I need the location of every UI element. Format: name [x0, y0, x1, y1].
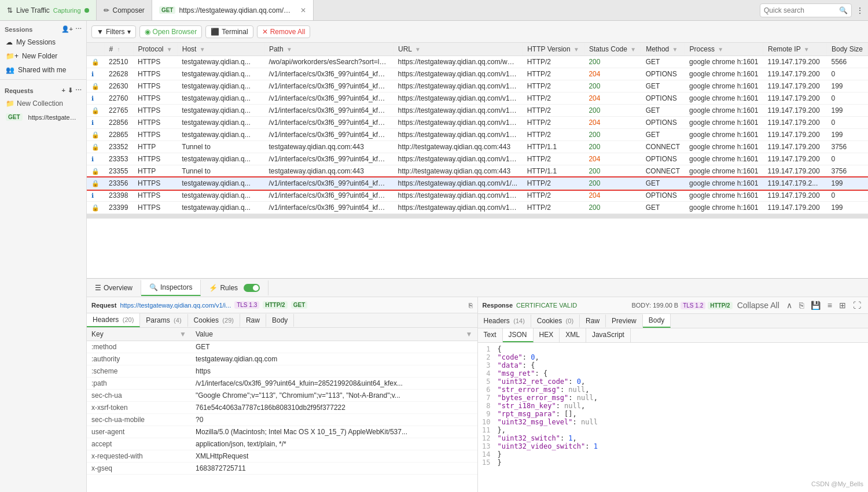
sidebar-item-new-folder[interactable]: 📁+ New Folder	[0, 49, 86, 63]
table-row[interactable]: ℹ 22628 HTTPS testgateway.qidian.q... /v…	[87, 68, 868, 80]
col-protocol-header[interactable]: Protocol ▼	[133, 43, 177, 56]
tab-overview[interactable]: ☰ Overview	[87, 280, 141, 295]
col-path-header[interactable]: Path ▼	[264, 43, 393, 56]
collapse-all-button[interactable]: Collapse All	[735, 299, 782, 311]
request-sub-tab-cookies[interactable]: Cookies (29)	[188, 314, 240, 327]
col-url-header[interactable]: URL ▼	[393, 43, 523, 56]
col-http-header[interactable]: HTTP Version ▼	[523, 43, 584, 56]
row-url: https://testgateway.qidian.qq.com/v1/i..…	[393, 190, 523, 202]
import-icon[interactable]: ⬇	[68, 87, 73, 94]
xml-tab-label: XML	[565, 331, 580, 339]
header-row: :authoritytestgateway.qidian.qq.com	[87, 353, 477, 365]
table-row[interactable]: 🔒 22510 HTTPS testgateway.qidian.q... /w…	[87, 56, 868, 68]
response-sub-tab-cookies[interactable]: Cookies (0)	[531, 315, 580, 327]
request-sub-tab-body[interactable]: Body	[266, 314, 294, 327]
add-request-icon[interactable]: +	[62, 87, 65, 94]
response-sub-tab-raw[interactable]: Raw	[580, 315, 606, 327]
session-menu-icon[interactable]: ⋯	[75, 25, 82, 33]
sessions-header: Sessions 👤+ ⋯	[0, 21, 86, 35]
tab-request-url[interactable]: GET https://testgateway.qidian.qq.com/wo…	[152, 0, 314, 20]
body-tab-text[interactable]: Text	[478, 328, 503, 342]
tab-rules[interactable]: ⚡ Rules	[201, 280, 269, 295]
table-row[interactable]: 🔒 23356 HTTPS testgateway.qidian.q... /v…	[87, 177, 868, 190]
watermark: CSDN @My_Bells	[811, 480, 863, 487]
requests-menu-icon[interactable]: ⋯	[75, 87, 82, 94]
requests-label: Requests	[5, 87, 34, 94]
sidebar-new-collection[interactable]: 📁 New Collection	[0, 97, 86, 110]
row-icon: 🔒	[87, 177, 104, 190]
body-tab-xml[interactable]: XML	[560, 328, 586, 342]
fullscreen-icon[interactable]: ⛶	[851, 299, 863, 311]
col-body-header[interactable]: Body Size	[826, 43, 867, 56]
sidebar-item-my-sessions[interactable]: ☁ My Sessions	[0, 35, 86, 49]
live-traffic-icon: ⇅	[7, 6, 13, 14]
line-number: 9	[480, 410, 498, 418]
table-row[interactable]: 🔒 23352 HTTP Tunnel to testgateway.qidia…	[87, 141, 868, 153]
shared-label: Shared with me	[18, 66, 66, 74]
row-process: google chrome h:1601	[685, 190, 763, 202]
body-tab-hex[interactable]: HEX	[534, 328, 560, 342]
row-ip: 119.147.179.200	[763, 141, 826, 153]
body-tab-javascript[interactable]: JavaScript	[586, 328, 631, 342]
table-row[interactable]: 🔒 22765 HTTPS testgateway.qidian.q... /v…	[87, 105, 868, 117]
info-icon: ℹ	[91, 192, 94, 199]
my-sessions-icon: ☁	[6, 38, 13, 46]
list-icon[interactable]: ≡	[825, 299, 834, 311]
key-col-header: Key ▼	[87, 328, 191, 341]
chevron-up-icon[interactable]: ∧	[784, 299, 795, 311]
col-status-header[interactable]: Status Code ▼	[584, 43, 641, 56]
col-num-header[interactable]: # ↑	[104, 43, 133, 56]
table-row[interactable]: 🔒 22865 HTTPS testgateway.qidian.q... /v…	[87, 129, 868, 141]
tab-live-traffic[interactable]: ⇅ Live Traffic Capturing	[0, 0, 97, 20]
body-tab-json[interactable]: JSON	[503, 328, 534, 342]
table-row[interactable]: ℹ 22760 HTTPS testgateway.qidian.q... /v…	[87, 93, 868, 105]
request-sub-tab-raw[interactable]: Raw	[240, 314, 266, 327]
body-type-tabs: Text JSON HEX XML	[478, 328, 869, 343]
header-value: 1683872725711	[191, 463, 477, 475]
copy-response-icon[interactable]: ⎘	[797, 299, 806, 311]
row-status: 200	[584, 202, 641, 214]
request-sub-tab-params[interactable]: Params (4)	[140, 314, 187, 327]
row-url: https://testgateway.qidian.qq.com/wo/...	[393, 56, 523, 68]
grid-icon[interactable]: ⊞	[837, 299, 848, 311]
response-sub-tab-headers[interactable]: Headers (14)	[478, 315, 531, 327]
col-process-header[interactable]: Process ▼	[685, 43, 763, 56]
row-method: OPTIONS	[641, 190, 685, 202]
search-input[interactable]	[764, 6, 839, 14]
col-ip-header[interactable]: Remote IP ▼	[763, 43, 826, 56]
horizontal-scrollbar[interactable]	[87, 214, 868, 219]
tab-close-button[interactable]: ✕	[300, 6, 306, 14]
col-icon-header	[87, 43, 104, 56]
open-browser-button[interactable]: ◉ Open Browser	[139, 25, 203, 38]
table-row[interactable]: ℹ 23398 HTTPS testgateway.qidian.q... /v…	[87, 190, 868, 202]
col-method-header[interactable]: Method ▼	[641, 43, 685, 56]
more-button[interactable]: ⋮	[852, 4, 868, 17]
table-row[interactable]: ℹ 23353 HTTPS testgateway.qidian.q... /v…	[87, 153, 868, 165]
row-http: HTTP/2	[523, 202, 584, 214]
tab-composer[interactable]: ✏ Composer	[97, 0, 152, 20]
col-host-header[interactable]: Host ▼	[177, 43, 264, 56]
copy-icon[interactable]: ⎘	[469, 302, 473, 309]
remove-all-button[interactable]: ✕ Remove All	[257, 25, 311, 38]
table-row[interactable]: 🔒 22630 HTTPS testgateway.qidian.q... /v…	[87, 80, 868, 93]
add-session-icon[interactable]: 👤+	[61, 25, 73, 33]
search-icon: 🔍	[839, 6, 848, 14]
request-sub-tab-headers[interactable]: Headers (20)	[87, 313, 140, 327]
sidebar-item-collection-url[interactable]: GET https://testgatewa...	[0, 110, 86, 124]
row-url: http://testgateway.qidian.qq.com:443	[393, 141, 523, 153]
headers-scroll[interactable]: Key ▼ Value ▼ :methodGET:authoritytestga…	[87, 328, 477, 492]
tab-inspectors[interactable]: 🔍 Inspectors	[141, 280, 201, 296]
table-row[interactable]: 🔒 23355 HTTP Tunnel to testgateway.qidia…	[87, 165, 868, 177]
response-sub-tab-body[interactable]: Body	[643, 314, 671, 328]
response-sub-tab-preview[interactable]: Preview	[606, 315, 643, 327]
terminal-button[interactable]: ⬛ Terminal	[205, 25, 253, 38]
header-key: :scheme	[87, 365, 191, 378]
sidebar-item-shared[interactable]: 👥 Shared with me	[0, 63, 86, 77]
response-body[interactable]: 1{2 "code": 0,3 "data": {4 "msg_ret": {5…	[478, 343, 869, 492]
filters-button[interactable]: ▼ Filters ▾	[91, 25, 136, 38]
table-row[interactable]: ℹ 22856 HTTPS testgateway.qidian.q... /v…	[87, 117, 868, 129]
line-content: "str_error_msg": null,	[498, 386, 866, 394]
rules-toggle[interactable]	[244, 284, 260, 292]
table-row[interactable]: 🔒 23399 HTTPS testgateway.qidian.q... /v…	[87, 202, 868, 214]
save-response-icon[interactable]: 💾	[808, 299, 823, 311]
